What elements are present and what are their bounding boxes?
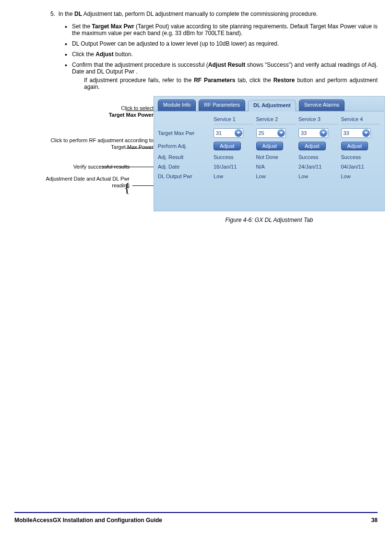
chevron-down-icon [235, 129, 242, 137]
step5-num: 5. [50, 11, 55, 17]
callout-perform-adjustment: Click to perform RF adjustment according… [43, 137, 154, 151]
bullet-1: Set the Target Max Pwr (Target Pout) val… [65, 23, 378, 37]
adjust-button-4[interactable]: Adjust [341, 142, 368, 150]
output-1: Low [214, 173, 253, 179]
target-combo-2[interactable]: 25 [256, 128, 286, 138]
fail-note: If adjustment procedure fails, refer to … [84, 77, 378, 90]
step5-intro: 5. In the DL Adjustment tab, perform DL … [50, 11, 378, 17]
adjust-button-2[interactable]: Adjust [256, 142, 284, 150]
output-4: Low [341, 173, 381, 179]
row-target-label: Target Max Pwr [158, 130, 211, 136]
dl-adjustment-screenshot: Module Info RF Parameters DL Adjustment … [154, 96, 385, 211]
output-2: Low [256, 173, 296, 179]
col-service1: Service 1 [214, 116, 253, 124]
col-service2: Service 2 [256, 116, 296, 124]
tab-rf-parameters[interactable]: RF Parameters [199, 99, 245, 111]
output-3: Low [298, 173, 338, 179]
chevron-down-icon [320, 129, 327, 137]
date-2: N/A [256, 164, 296, 170]
row-date-label: Adj. Date [158, 164, 211, 170]
bullet-3: Click the Adjust button. [65, 51, 378, 58]
row-output-label: DL Output Pwr [158, 173, 211, 179]
result-2: Not Done [256, 154, 296, 160]
date-1: 16/Jan/11 [214, 164, 253, 170]
target-combo-3[interactable]: 33 [298, 128, 328, 138]
callout-target-max-power: Click to select Target Max Power [43, 105, 154, 119]
date-4: 04/Jan/11 [341, 164, 381, 170]
sub-bullets: Set the Target Max Pwr (Target Pout) val… [65, 23, 378, 90]
target-combo-1[interactable]: 31 [214, 128, 243, 138]
brace: { [124, 183, 130, 193]
bullet-4: Confirm that the adjustment procedure is… [65, 61, 378, 90]
target-combo-4[interactable]: 33 [341, 128, 371, 138]
col-service3: Service 3 [298, 116, 338, 124]
row-perform-label: Perform Adj. [158, 143, 211, 149]
chevron-down-icon [362, 129, 370, 137]
chevron-down-icon [277, 129, 285, 137]
date-3: 24/Jan/11 [298, 164, 338, 170]
result-4: Success [341, 154, 381, 160]
adjust-button-3[interactable]: Adjust [298, 142, 326, 150]
result-1: Success [214, 154, 253, 160]
adjust-button-1[interactable]: Adjust [214, 142, 241, 150]
figure-caption: Figure 4-6: GX DL Adjustment Tab [154, 217, 385, 223]
tab-service-alarms[interactable]: Service Alarms [299, 99, 344, 111]
tab-module-info[interactable]: Module Info [158, 99, 196, 111]
callout-adj-date-pwr: Adjustment Date and Actual DL Pwr readin… [43, 175, 130, 189]
footer-title: MobileAccessGX Installation and Configur… [14, 517, 162, 524]
col-service4: Service 4 [341, 116, 381, 124]
bold-dl: DL [74, 11, 82, 17]
row-result-label: Adj. Result [158, 154, 211, 160]
tab-dl-adjustment[interactable]: DL Adjustment [248, 100, 296, 111]
footer-page: 38 [371, 517, 378, 524]
result-3: Success [298, 154, 338, 160]
bullet-2: DL Output Power can be adjusted to a low… [65, 40, 378, 47]
tabs: Module Info RF Parameters DL Adjustment … [154, 97, 384, 111]
